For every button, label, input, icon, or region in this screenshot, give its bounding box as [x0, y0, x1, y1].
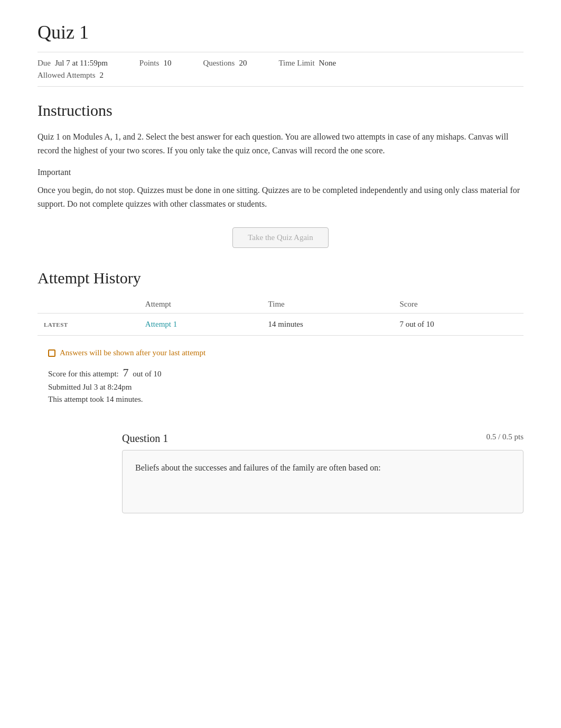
quiz-title: Quiz 1	[38, 21, 523, 43]
latest-badge: LATEST	[38, 314, 139, 336]
table-header-attempt: Attempt	[139, 296, 262, 314]
attempt-details: Answers will be shown after your last at…	[38, 336, 523, 418]
table-header-score: Score	[393, 296, 523, 314]
attempt-1-link[interactable]: Attempt 1	[145, 320, 177, 328]
score-out-of: out of 10	[133, 370, 161, 378]
question-body-wrapper: Beliefs about the successes and failures…	[38, 450, 523, 513]
question-section: Question 1 0.5 / 0.5 pts Beliefs about t…	[38, 432, 523, 513]
points-value: 10	[163, 59, 171, 68]
attempt-score: 7 out of 10	[393, 314, 523, 336]
attempt-link-cell[interactable]: Attempt 1	[139, 314, 262, 336]
allowed-attempts-meta: Allowed Attempts 2	[38, 71, 104, 80]
question-header: Question 1 0.5 / 0.5 pts	[38, 432, 523, 445]
due-value: Jul 7 at 11:59pm	[55, 59, 108, 68]
due-label: Due	[38, 59, 51, 68]
score-number: 7	[123, 366, 128, 379]
questions-label: Questions	[203, 59, 235, 68]
submitted-info: Submitted Jul 3 at 8:24pm	[48, 383, 513, 392]
instructions-paragraph2: Once you begin, do not stop. Quizzes mus…	[38, 183, 523, 210]
important-label: Important	[38, 168, 523, 177]
allowed-attempts-label: Allowed Attempts	[38, 71, 96, 80]
take-quiz-container: Take the Quiz Again	[38, 227, 523, 248]
time-limit-meta: Time Limit None	[278, 59, 336, 68]
time-limit-label: Time Limit	[278, 59, 314, 68]
table-header-time: Time	[262, 296, 394, 314]
instructions-title: Instructions	[38, 102, 523, 119]
points-meta: Points 10	[139, 59, 172, 68]
table-header-badge	[38, 296, 139, 314]
question-body: Beliefs about the successes and failures…	[122, 450, 523, 513]
time-limit-value: None	[319, 59, 336, 68]
score-for-this-attempt-label: Score for this attempt:	[48, 370, 119, 378]
answers-notice-text: Answers will be shown after your last at…	[60, 348, 205, 357]
attempt-history-title: Attempt History	[38, 269, 523, 287]
questions-meta: Questions 20	[203, 59, 247, 68]
allowed-attempts-value: 2	[100, 71, 104, 80]
score-info-line: Score for this attempt: 7 out of 10	[48, 366, 513, 380]
points-label: Points	[139, 59, 160, 68]
questions-value: 20	[239, 59, 247, 68]
notice-icon	[48, 349, 55, 357]
attempt-table: Attempt Time Score LATEST Attempt 1 14 m…	[38, 296, 523, 336]
attempt-history-section: Attempt History Attempt Time Score LATES…	[38, 269, 523, 418]
answers-notice: Answers will be shown after your last at…	[48, 348, 513, 357]
due-meta: Due Jul 7 at 11:59pm	[38, 59, 108, 68]
instructions-paragraph1: Quiz 1 on Modules A, 1, and 2. Select th…	[38, 130, 523, 157]
quiz-meta-bar: Due Jul 7 at 11:59pm Points 10 Questions…	[38, 52, 523, 87]
question-points: 0.5 / 0.5 pts	[487, 432, 523, 441]
table-row: LATEST Attempt 1 14 minutes 7 out of 10	[38, 314, 523, 336]
question-title: Question 1	[122, 432, 168, 445]
duration-info: This attempt took 14 minutes.	[48, 395, 513, 404]
instructions-section: Instructions Quiz 1 on Modules A, 1, and…	[38, 102, 523, 210]
take-quiz-again-button[interactable]: Take the Quiz Again	[232, 227, 329, 248]
attempt-time: 14 minutes	[262, 314, 394, 336]
